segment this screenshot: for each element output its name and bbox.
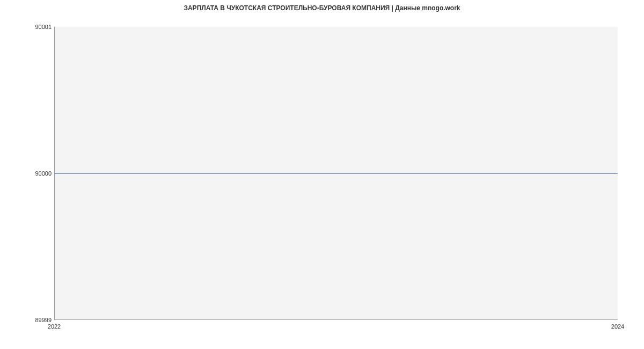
x-tick-label-0: 2022 bbox=[48, 323, 61, 330]
y-tick-label-0: 89999 bbox=[35, 317, 52, 323]
data-line bbox=[55, 173, 618, 174]
y-tick-label-1: 90000 bbox=[35, 170, 52, 177]
x-tick-label-1: 2024 bbox=[611, 323, 624, 330]
chart-title: ЗАРПЛАТА В ЧУКОТСКАЯ СТРОИТЕЛЬНО-БУРОВАЯ… bbox=[0, 4, 644, 12]
plot-area bbox=[54, 27, 618, 320]
y-tick-label-2: 90001 bbox=[35, 24, 52, 30]
